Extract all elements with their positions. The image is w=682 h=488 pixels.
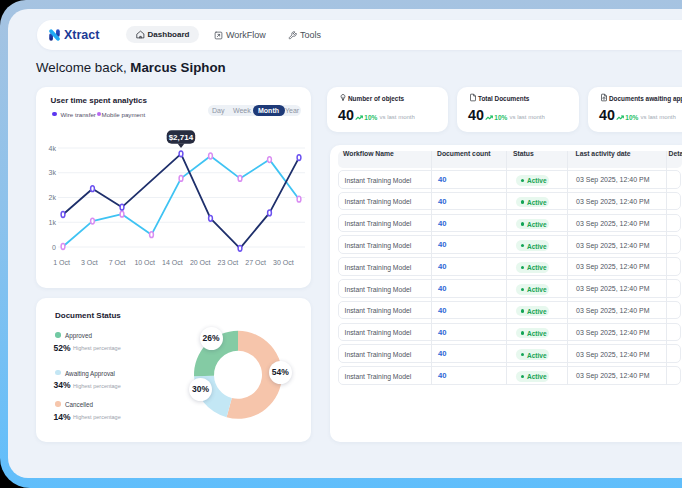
svg-text:0: 0: [52, 244, 56, 251]
svg-text:3k: 3k: [49, 169, 57, 176]
svg-text:23 Oct: 23 Oct: [218, 259, 239, 266]
svg-text:2k: 2k: [49, 194, 57, 201]
svg-text:20 Oct: 20 Oct: [190, 259, 211, 266]
svg-text:4k: 4k: [49, 145, 57, 152]
svg-text:27 Oct: 27 Oct: [245, 259, 266, 266]
svg-text:30 Oct: 30 Oct: [273, 259, 294, 266]
svg-text:7 Oct: 7 Oct: [109, 259, 126, 266]
svg-text:14 Oct: 14 Oct: [162, 259, 183, 266]
svg-text:$2,714: $2,714: [169, 133, 194, 142]
svg-text:1 Oct: 1 Oct: [53, 259, 70, 266]
svg-text:10 Oct: 10 Oct: [134, 259, 155, 266]
svg-text:1k: 1k: [49, 219, 57, 226]
svg-text:3 Oct: 3 Oct: [81, 259, 98, 266]
